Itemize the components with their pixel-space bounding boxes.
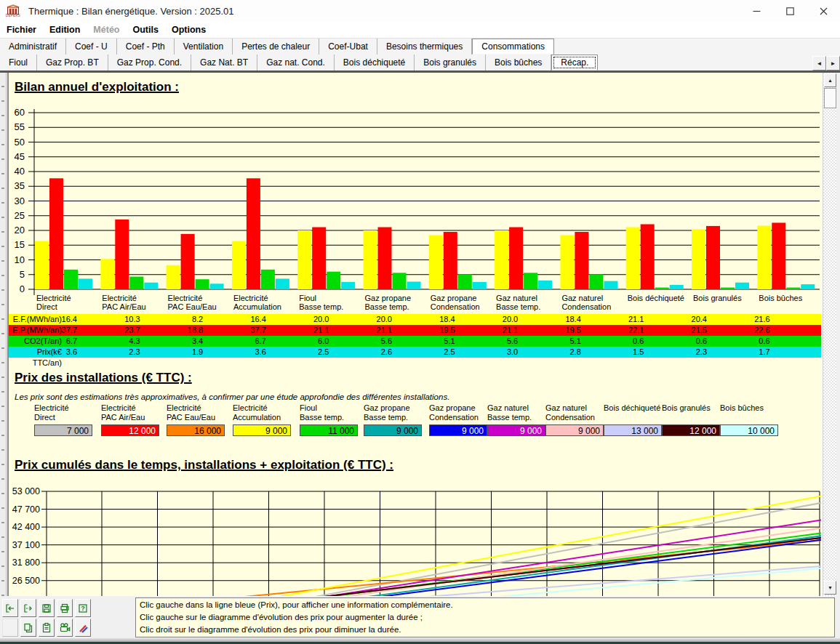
table-cell: 4.3 xyxy=(82,336,140,347)
export-button[interactable] xyxy=(20,599,36,617)
bar-co2-t-an-2 xyxy=(196,279,209,289)
recap-panel: Bilan annuel d'exploitation : 0510152025… xyxy=(7,73,823,596)
tab-besoins-thermiques[interactable]: Besoins thermiques xyxy=(377,39,472,55)
tab-scroll-left-button[interactable]: ◄ xyxy=(812,56,826,71)
table-row-e-p-mwh-an: E.P.(MWh/an)37.723.718.837.721.121.119.5… xyxy=(9,325,821,336)
svg-text:5: 5 xyxy=(20,269,25,280)
installation-price-electricite-accumulation: 9 000 xyxy=(233,424,291,436)
bar-category-label: Direct xyxy=(36,302,57,311)
tab-coef-ubat[interactable]: Coef-Ubat xyxy=(319,39,377,55)
tab-administratif[interactable]: Administratif xyxy=(0,39,66,55)
subtab-bois-dechiquete[interactable]: Bois déchiqueté xyxy=(335,55,415,71)
table-cell: 8.2 xyxy=(145,314,203,325)
tab-consommations[interactable]: Consommations xyxy=(472,39,554,55)
paint-brush-icon xyxy=(77,622,89,634)
save-button[interactable] xyxy=(39,599,55,617)
menu-meteo[interactable]: Météo xyxy=(87,23,126,36)
svg-text:40: 40 xyxy=(15,166,25,177)
price-line-gaz-naturel-basse-temp[interactable] xyxy=(49,520,821,596)
subtab-bois-buches[interactable]: Bois bûches xyxy=(486,55,551,71)
subtab-fioul[interactable]: Fioul xyxy=(0,55,37,71)
tab-scroll-right-button[interactable]: ► xyxy=(826,56,840,71)
menu-fichier[interactable]: Fichier xyxy=(0,23,43,36)
paste-button[interactable] xyxy=(39,619,55,637)
table-cell: 2.5 xyxy=(397,347,455,358)
arrow-down-icon: ▼ xyxy=(828,585,833,590)
vertical-scrollbar[interactable]: ▲ ▼ xyxy=(823,73,836,596)
installation-price-gaz-naturel-basse-temp: 9 000 xyxy=(487,424,545,436)
tab-coef-u[interactable]: Coef - U xyxy=(66,39,117,55)
table-cell: 21.1 xyxy=(271,325,329,336)
installation-label-electricite-accumulation: ElectricitéAccumulation xyxy=(233,403,281,422)
scroll-down-button[interactable]: ▼ xyxy=(824,581,836,595)
copy-icon xyxy=(23,622,34,634)
import-button[interactable] xyxy=(2,599,18,617)
table-cell: 18.4 xyxy=(397,314,455,325)
copy-button[interactable] xyxy=(20,619,36,637)
price-line-fioul-basse-temp[interactable] xyxy=(49,533,821,596)
table-cell: 23.7 xyxy=(82,325,140,336)
svg-text:10: 10 xyxy=(15,254,25,265)
bar-e-f-mwh-an-4 xyxy=(297,230,311,289)
svg-text:0: 0 xyxy=(20,283,25,294)
tab-ventilation[interactable]: Ventilation xyxy=(175,39,233,55)
table-cell: 3.6 xyxy=(208,347,266,358)
bar-prix-k-ttc-an-3 xyxy=(276,278,289,289)
bar-co2-t-an-10 xyxy=(721,288,735,289)
bilan-heading: Bilan annuel d'exploitation : xyxy=(15,80,179,94)
menu-options[interactable]: Options xyxy=(165,23,212,36)
svg-text:35: 35 xyxy=(15,180,25,191)
menu-edition[interactable]: Edition xyxy=(43,23,87,36)
installation-price-electricite-direct: 7 000 xyxy=(34,424,92,436)
price-line-electricite-accumulation[interactable] xyxy=(49,496,821,596)
bar-category-label: PAC Eau/Eau xyxy=(168,302,217,311)
bar-e-p-mwh-an-5 xyxy=(378,228,392,289)
bar-e-f-mwh-an-11 xyxy=(757,226,771,289)
subtab-bois-granules[interactable]: Bois granulés xyxy=(415,55,486,71)
scroll-up-button[interactable]: ▲ xyxy=(824,73,836,87)
bar-category-label: Electricité xyxy=(36,294,71,302)
subtab-gaz-prop-bt[interactable]: Gaz Prop. BT xyxy=(37,55,108,71)
maximize-button[interactable] xyxy=(773,0,807,22)
subtab-gaz-nat-bt[interactable]: Gaz Nat. BT xyxy=(191,55,257,71)
bar-prix-k-ttc-an-4 xyxy=(341,282,355,289)
bar-e-f-mwh-an-3 xyxy=(232,241,246,289)
minimize-button[interactable] xyxy=(740,0,773,22)
bar-category-label: PAC Air/Eau xyxy=(102,302,145,311)
subtab-gaz-nat-cond[interactable]: Gaz nat. Cond. xyxy=(257,55,335,71)
price-line-electricite-direct[interactable] xyxy=(49,502,821,596)
scrollbar-thumb[interactable] xyxy=(824,88,836,108)
table-cell: 37.7 xyxy=(19,325,77,336)
table-cell: 0.6 xyxy=(712,336,770,347)
video-button[interactable] xyxy=(57,619,73,637)
bar-category-label: Basse temp. xyxy=(299,302,343,311)
window-title: Thermique : Bilan énergétique. Version :… xyxy=(28,6,234,17)
bar-co2-t-an-6 xyxy=(458,274,472,289)
subtab-recap[interactable]: Récap. xyxy=(551,55,598,71)
tab-pertes-de-chaleur[interactable]: Pertes de chaleur xyxy=(233,39,319,55)
price-line-bois-buches[interactable] xyxy=(49,568,821,596)
print-button[interactable] xyxy=(57,599,73,617)
installation-price-electricite-pac-eau-eau: 16 000 xyxy=(167,424,225,436)
installation-label-fioul-basse-temp: FioulBasse temp. xyxy=(300,403,344,422)
price-evolution-chart[interactable]: 53 00047 70042 40037 10031 80026 500 xyxy=(9,465,821,596)
tab-coef-pth[interactable]: Coef - Pth xyxy=(117,39,175,55)
svg-text:15: 15 xyxy=(15,239,25,250)
bar-e-p-mwh-an-9 xyxy=(641,224,655,289)
svg-text:55: 55 xyxy=(15,121,25,132)
installation-prices: ElectricitéDirect7 000ElectricitéPAC Air… xyxy=(9,401,821,445)
help-button[interactable]: ? xyxy=(75,599,91,617)
price-line-bois-dechiquete[interactable] xyxy=(49,566,821,596)
minimize-icon xyxy=(753,7,761,15)
blank-button[interactable] xyxy=(2,619,18,637)
close-icon xyxy=(820,7,828,15)
subtab-gaz-prop-cond[interactable]: Gaz Prop. Cond. xyxy=(108,55,191,71)
menu-outils[interactable]: Outils xyxy=(126,23,164,36)
bar-e-f-mwh-an-10 xyxy=(692,229,705,289)
table-row-prix-k-ttc-an[interactable]: Prix(k€ TTC/an)3.62.31.93.62.52.62.53.02… xyxy=(9,347,821,358)
table-cell: 2.3 xyxy=(82,347,140,358)
installation-label-bois-buches: Bois bûches xyxy=(720,403,764,413)
draw-button[interactable] xyxy=(75,619,91,637)
close-button[interactable] xyxy=(807,0,840,22)
bar-category-label: Electricité xyxy=(102,294,137,302)
